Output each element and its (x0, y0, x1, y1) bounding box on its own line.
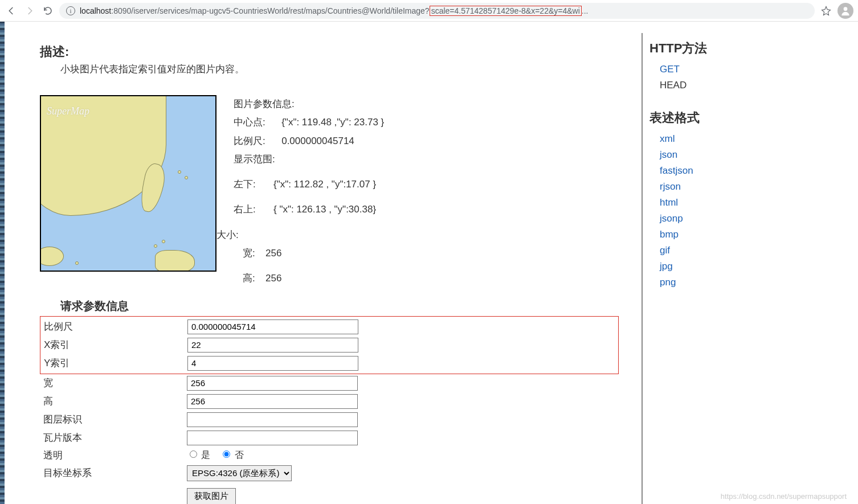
sidebar-fmt-item: html (649, 195, 824, 211)
sidebar-fmt-item: fastjson (649, 163, 824, 179)
browser-toolbar: i localhost:8090/iserver/services/map-ug… (0, 0, 858, 22)
map-landmass (155, 250, 195, 272)
sidebar-fmt-item: gif (649, 243, 824, 259)
param-row-x: X索引 (40, 336, 416, 354)
info-tr-key: 右上: (234, 200, 273, 219)
info-h-val: 256 (265, 269, 281, 288)
info-tr-val: { "x": 126.13 , "y":30.38} (273, 200, 376, 219)
param-h-label: 高 (40, 392, 187, 411)
fmt-xml-link[interactable]: xml (660, 133, 675, 144)
param-tilever-label: 瓦片版本 (40, 429, 187, 447)
params-highlight-box: 比例尺 X索引 Y索引 (40, 316, 619, 374)
url-host: localhost (80, 6, 111, 15)
map-island (185, 176, 188, 179)
url-tail: ... (582, 6, 589, 15)
info-center-val: {"x": 119.48 ,"y": 23.73 } (281, 113, 384, 132)
back-button[interactable] (5, 4, 18, 18)
sidebar-fmt-item: png (649, 274, 824, 290)
radio-no-label[interactable]: 否 (220, 450, 243, 460)
sidebar-http-item: GET (649, 62, 824, 77)
info-header: 图片参数信息: (234, 95, 384, 113)
info-bl-val: {"x": 112.82 , "y":17.07 } (273, 175, 376, 194)
sidebar-fmt-item: jpg (649, 259, 824, 274)
url-path: /iserver/services/map-ugcv5-CountriesWor… (131, 6, 429, 15)
fmt-png-link[interactable]: png (660, 277, 676, 288)
fmt-fastjson-link[interactable]: fastjson (660, 165, 693, 176)
param-crs-select[interactable]: EPSG:4326 (原坐标系) (187, 465, 292, 481)
reload-button[interactable] (41, 4, 55, 18)
tile-image-preview: SuperMap (40, 95, 216, 272)
param-crs-label: 目标坐标系 (40, 464, 187, 483)
map-island (154, 244, 157, 248)
fmt-jsonp-link[interactable]: jsonp (660, 213, 683, 224)
sidebar-fmt-item: json (649, 147, 824, 163)
map-island (75, 261, 79, 265)
address-bar[interactable]: i localhost:8090/iserver/services/map-ug… (59, 3, 815, 19)
fmt-bmp-link[interactable]: bmp (660, 229, 679, 240)
map-landmass (40, 247, 64, 266)
info-center-key: 中心点: (234, 113, 273, 132)
param-row-scale: 比例尺 (40, 318, 416, 336)
map-watermark: SuperMap (47, 105, 89, 117)
fmt-json-link[interactable]: json (660, 149, 677, 160)
url-port: :8090 (111, 6, 131, 15)
fmt-jpg-link[interactable]: jpg (660, 261, 673, 272)
param-layer-label: 图层标识 (40, 411, 187, 429)
param-h-input[interactable] (187, 394, 358, 409)
svg-point-0 (844, 7, 848, 11)
bookmark-star-icon[interactable] (819, 4, 833, 18)
image-info-block: 图片参数信息: 中心点: {"x": 119.48 ,"y": 23.73 } … (234, 95, 384, 288)
info-size-key: 大小: (216, 226, 384, 244)
param-y-label: Y索引 (40, 354, 187, 372)
site-info-icon[interactable]: i (66, 6, 75, 15)
http-get-link[interactable]: GET (660, 64, 680, 75)
param-row-y: Y索引 (40, 354, 416, 372)
param-y-input[interactable] (187, 356, 358, 371)
page-watermark: https://blog.csdn.net/supermapsupport (721, 492, 847, 501)
param-layer-input[interactable] (187, 412, 358, 427)
sidebar-fmt-item: jsonp (649, 211, 824, 227)
get-image-button[interactable]: 获取图片 (187, 488, 236, 504)
radio-no[interactable] (223, 450, 230, 458)
left-gutter-deco (0, 22, 5, 504)
sidebar: HTTP方法 GET HEAD 表述格式 xml json fastjson r… (642, 33, 824, 504)
param-transparent-label: 透明 (40, 447, 187, 464)
param-w-label: 宽 (40, 374, 187, 392)
sidebar-fmt-item: rjson (649, 179, 824, 195)
param-tilever-input[interactable] (187, 431, 358, 445)
info-w-val: 256 (265, 244, 281, 263)
param-scale-input[interactable] (187, 319, 358, 334)
radio-yes[interactable] (190, 450, 197, 458)
sidebar-fmt-item: xml (649, 131, 824, 147)
info-scale-val: 0.000000045714 (281, 132, 354, 150)
fmt-gif-link[interactable]: gif (660, 245, 670, 256)
radio-yes-label[interactable]: 是 (187, 450, 210, 460)
main-content: 描述: 小块图片代表指定索引值对应的图片内容。 SuperMap 图片参数信息:… (0, 33, 642, 504)
param-x-label: X索引 (40, 336, 187, 354)
param-row-tileversion: 瓦片版本 (40, 429, 361, 447)
map-island (162, 240, 165, 243)
profile-avatar-icon[interactable] (837, 3, 853, 19)
sidebar-format-title: 表述格式 (649, 109, 824, 126)
param-row-height: 高 (40, 392, 361, 411)
info-h-key: 高: (243, 269, 265, 288)
param-row-crs: 目标坐标系 EPSG:4326 (原坐标系) (40, 464, 361, 483)
map-island (178, 170, 181, 174)
params-title: 请求参数信息 (60, 298, 619, 314)
info-extent-key: 显示范围: (234, 150, 384, 169)
url-query-highlight: scale=4.571428571429e-8&x=22&y=4&wi (430, 6, 582, 16)
info-w-key: 宽: (243, 244, 265, 263)
param-x-input[interactable] (187, 338, 358, 353)
info-scale-key: 比例尺: (234, 132, 273, 150)
param-scale-label: 比例尺 (40, 318, 187, 336)
sidebar-http-item: HEAD (649, 77, 824, 93)
fmt-html-link[interactable]: html (660, 197, 678, 208)
param-row-layer: 图层标识 (40, 411, 361, 429)
fmt-rjson-link[interactable]: rjson (660, 181, 681, 192)
param-w-input[interactable] (187, 376, 358, 391)
param-row-width: 宽 (40, 374, 361, 392)
sidebar-fmt-item: bmp (649, 227, 824, 243)
sidebar-http-title: HTTP方法 (649, 40, 824, 57)
forward-button[interactable] (23, 4, 36, 18)
description-title: 描述: (40, 43, 619, 60)
